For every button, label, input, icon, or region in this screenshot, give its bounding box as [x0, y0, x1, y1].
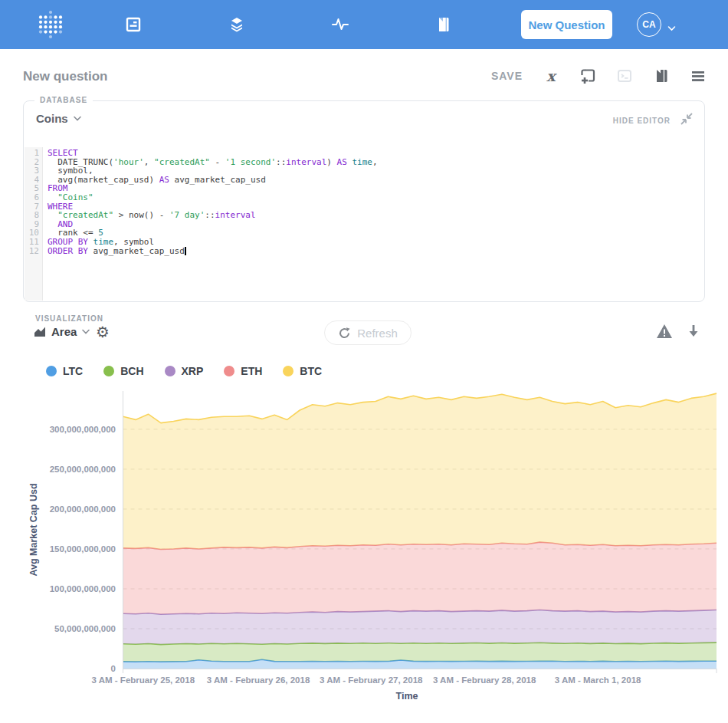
database-name: Coins — [36, 112, 68, 125]
text-caret — [185, 247, 186, 255]
legend-label: BCH — [120, 365, 143, 377]
sql-token-str: '7 day' — [169, 210, 205, 220]
sql-editor[interactable]: 123456789101112 SELECT DATE_TRUNC('hour'… — [25, 147, 705, 301]
area-chart-icon — [34, 326, 46, 337]
legend-item-ltc[interactable]: LTC — [46, 365, 83, 377]
database-label: DATABASE — [34, 96, 93, 104]
line-number: 6 — [25, 193, 39, 202]
line-number: 11 — [25, 238, 39, 247]
collapse-editor-icon[interactable] — [680, 112, 694, 129]
code-line[interactable]: FROM — [48, 184, 705, 193]
top-nav: New Question CA — [0, 0, 728, 49]
collections-layers-icon[interactable] — [221, 0, 252, 49]
sql-token-str: 'hour' — [113, 157, 144, 167]
sql-token-pl: avg_market_cap_usd — [169, 175, 266, 185]
sql-token-pl: > now() - — [113, 210, 169, 220]
sql-token-kw: AS — [159, 175, 169, 185]
sql-token-str: '1 second' — [225, 157, 276, 167]
y-tick-label: 300,000,000,000 — [50, 425, 116, 434]
sql-token-kw: AS — [337, 157, 347, 167]
sql-token-pl: avg_market_cap_usd — [88, 246, 185, 256]
visualization-type-picker[interactable]: Area — [34, 325, 90, 338]
sql-token-str: "createdAt" — [154, 157, 210, 167]
chart-legend: LTCBCHXRPETHBTC — [46, 365, 322, 377]
x-tick-label: 3 AM - February 26, 2018 — [207, 675, 310, 685]
data-reference-book-icon[interactable] — [653, 67, 670, 84]
legend-dot — [224, 366, 234, 376]
burger-menu-icon[interactable] — [690, 67, 707, 84]
dashboards-icon[interactable] — [118, 0, 149, 49]
legend-dot — [283, 366, 293, 376]
legend-dot — [46, 366, 57, 376]
code-line[interactable]: DATE_TRUNC('hour', "createdAt" - '1 seco… — [48, 158, 705, 167]
area-band-eth[interactable] — [123, 542, 717, 614]
legend-label: LTC — [63, 365, 83, 377]
metabase-app: New Question CA New question SAVE x — [0, 0, 728, 723]
sql-token-pl: :: — [205, 210, 215, 220]
y-tick-label: 100,000,000,000 — [50, 584, 116, 593]
refresh-icon — [338, 327, 351, 340]
y-tick-label: 0 — [111, 664, 116, 673]
legend-label: ETH — [241, 365, 262, 377]
reference-book-icon[interactable] — [428, 0, 459, 49]
header-actions: SAVE x — [491, 67, 707, 84]
y-axis-title: Avg Market Cap Usd — [28, 483, 39, 576]
query-editor-card: DATABASE Coins HIDE EDITOR 1234567891011… — [23, 100, 705, 302]
sql-token-ty: time — [352, 157, 372, 167]
legend-item-eth[interactable]: ETH — [224, 365, 262, 377]
legend-item-btc[interactable]: BTC — [283, 365, 322, 377]
legend-item-bch[interactable]: BCH — [103, 365, 143, 377]
x-axis-title: Time — [396, 691, 418, 702]
code-line[interactable]: "Coins" — [48, 193, 705, 202]
visualization-label: VISUALIZATION — [35, 314, 103, 323]
line-number: 8 — [25, 211, 39, 220]
y-tick-label: 50,000,000,000 — [54, 624, 116, 633]
sql-token-pl: ) — [326, 157, 336, 167]
x-tick-label: 3 AM - February 27, 2018 — [320, 675, 423, 685]
database-selector[interactable]: Coins — [36, 112, 81, 125]
code-line[interactable]: ORDER BY avg_market_cap_usd — [48, 247, 705, 256]
sql-token-kw: interval — [286, 157, 326, 167]
stacked-area-chart[interactable]: 050,000,000,000100,000,000,000150,000,00… — [0, 383, 728, 723]
area-band-bch[interactable] — [123, 642, 717, 662]
sql-preview-icon-disabled — [616, 67, 633, 84]
sql-token-pl: , — [144, 157, 154, 167]
refresh-button[interactable]: Refresh — [324, 320, 412, 345]
metabase-logo-icon[interactable] — [35, 0, 66, 49]
code-line[interactable]: avg(market_cap_usd) AS avg_market_cap_us… — [48, 176, 705, 185]
legend-label: BTC — [300, 365, 322, 377]
code-line[interactable]: AND — [48, 220, 705, 229]
sql-token-pl: - — [210, 157, 225, 167]
add-to-dashboard-icon[interactable] — [579, 67, 596, 84]
avatar[interactable]: CA — [637, 12, 661, 37]
sql-token-pl: :: — [276, 157, 286, 167]
y-tick-label: 200,000,000,000 — [50, 504, 116, 514]
y-tick-label: 250,000,000,000 — [50, 465, 116, 474]
variables-icon[interactable]: x — [543, 67, 559, 84]
legend-label: XRP — [182, 365, 204, 377]
sql-token-kw: ORDER BY — [48, 246, 88, 256]
new-question-button[interactable]: New Question — [521, 10, 612, 39]
chart-settings-gear-icon[interactable]: ⚙ — [96, 323, 110, 341]
x-tick-label: 3 AM - February 25, 2018 — [92, 675, 195, 685]
legend-dot — [103, 366, 114, 376]
warning-icon[interactable] — [656, 323, 673, 340]
area-band-xrp[interactable] — [123, 610, 717, 645]
viz-right-actions — [656, 323, 702, 340]
x-tick-label: 3 AM - March 1, 2018 — [555, 675, 641, 685]
avatar-chevron-down-icon[interactable] — [667, 21, 676, 35]
line-number: 1 — [25, 149, 39, 158]
download-icon[interactable] — [685, 323, 702, 340]
legend-dot — [165, 366, 175, 376]
page-title: New question — [23, 69, 108, 84]
database-chevron-down-icon — [74, 116, 81, 121]
legend-item-xrp[interactable]: XRP — [165, 365, 204, 377]
pulse-icon[interactable] — [325, 0, 356, 49]
code-line[interactable]: "createdAt" > now() - '7 day'::interval — [48, 211, 705, 220]
x-tick-label: 3 AM - February 28, 2018 — [433, 675, 536, 685]
save-button[interactable]: SAVE — [491, 70, 523, 82]
hide-editor-button[interactable]: HIDE EDITOR — [613, 117, 671, 125]
visualization-type-label: Area — [51, 325, 77, 338]
editor-code[interactable]: SELECT DATE_TRUNC('hour', "createdAt" - … — [43, 147, 705, 301]
refresh-label: Refresh — [357, 327, 398, 340]
